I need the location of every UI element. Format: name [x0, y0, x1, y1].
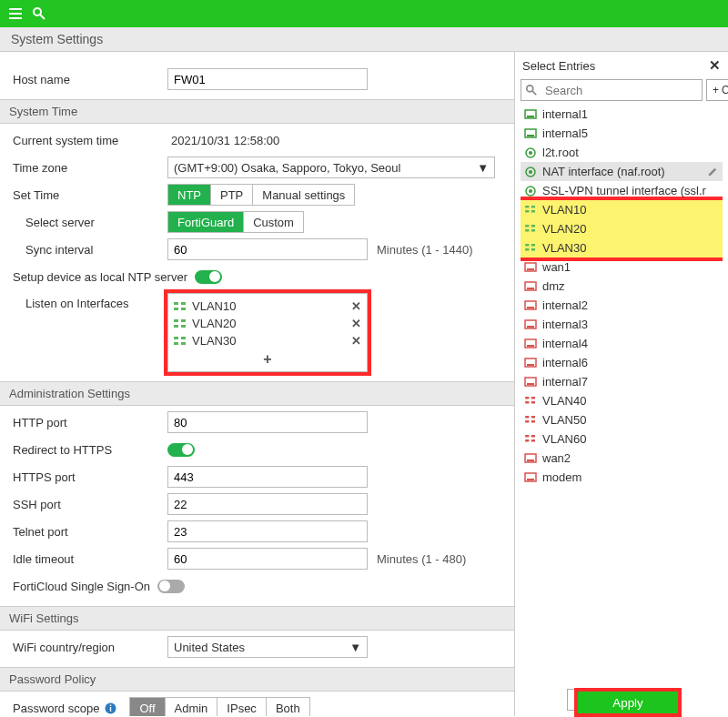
vlan-icon	[524, 225, 537, 234]
info-icon[interactable]	[105, 702, 116, 714]
entry-item[interactable]: internal5	[521, 124, 723, 143]
apply-button[interactable]: Apply	[578, 692, 678, 713]
close-icon[interactable]: ✕	[709, 57, 721, 74]
entry-item[interactable]: internal6	[521, 353, 723, 372]
seg-fortiguard[interactable]: FortiGuard	[168, 212, 244, 232]
entry-label: SSL-VPN tunnel interface (ssl.root)	[542, 184, 706, 197]
entry-item[interactable]: NAT interface (naf.root)	[521, 162, 723, 181]
entries-search-input[interactable]	[541, 84, 702, 97]
entry-item[interactable]: internal3	[521, 315, 723, 334]
entry-item[interactable]: internal2	[521, 296, 723, 315]
red-icon	[524, 338, 537, 349]
vlan-icon	[174, 302, 187, 311]
search-input-wrap	[521, 79, 703, 101]
current-time-label: Current system time	[13, 134, 167, 147]
entry-item[interactable]: internal4	[521, 334, 723, 353]
sync-interval-input[interactable]	[167, 238, 368, 260]
entry-item[interactable]: l2t.root	[521, 143, 723, 162]
seg-both[interactable]: Both	[267, 698, 309, 716]
entry-label: internal5	[542, 126, 588, 140]
add-interface-button[interactable]: +	[172, 351, 363, 368]
tunnel-icon	[524, 186, 537, 197]
hostname-label: Host name	[13, 73, 167, 86]
create-button[interactable]: + Create	[706, 79, 728, 101]
timezone-value: (GMT+9:00) Osaka, Sapporo, Tokyo, Seoul	[174, 161, 400, 175]
entry-item[interactable]: VLAN60	[521, 429, 723, 449]
red-icon	[524, 358, 537, 369]
phys-icon	[524, 109, 537, 120]
top-bar	[0, 0, 728, 27]
entry-label: internal3	[542, 318, 588, 331]
remove-interface-icon[interactable]: ✕	[351, 299, 361, 313]
entry-label: wan2	[542, 451, 571, 465]
pencil-icon[interactable]	[707, 165, 719, 179]
redirect-https-toggle[interactable]	[167, 443, 195, 457]
listen-interface-item: VLAN30 ✕	[172, 332, 363, 349]
listen-interfaces-label: Listen on Interfaces	[13, 293, 167, 310]
settings-form: Host name System Time Current system tim…	[0, 52, 514, 716]
section-admin-settings: Administration Settings	[0, 381, 514, 406]
telnet-port-label: Telnet port	[13, 525, 167, 539]
seg-ipsec[interactable]: IPsec	[217, 698, 267, 716]
entry-item[interactable]: dmz	[521, 277, 723, 296]
red-icon	[524, 453, 537, 464]
ssh-port-label: SSH port	[13, 498, 167, 511]
seg-custom[interactable]: Custom	[244, 212, 303, 232]
entry-item[interactable]: modem	[521, 468, 723, 487]
sync-interval-label: Sync interval	[13, 243, 167, 257]
password-scope-label: Password scope	[13, 702, 116, 715]
timezone-dropdown[interactable]: (GMT+9:00) Osaka, Sapporo, Tokyo, Seoul …	[167, 157, 495, 178]
menu-icon[interactable]	[5, 4, 25, 24]
seg-ntp[interactable]: NTP	[168, 185, 211, 205]
entry-item[interactable]: VLAN50	[521, 410, 723, 429]
idle-timeout-hint: Minutes (1 - 480)	[377, 552, 466, 566]
entry-item[interactable]: VLAN20	[521, 219, 723, 238]
seg-off[interactable]: Off	[130, 698, 165, 716]
set-time-segment: NTP PTP Manual settings	[167, 184, 355, 206]
entry-item[interactable]: VLAN30	[521, 238, 723, 258]
listen-interface-item: VLAN10 ✕	[172, 298, 363, 315]
listen-interface-item: VLAN20 ✕	[172, 315, 363, 332]
remove-interface-icon[interactable]: ✕	[351, 334, 361, 348]
wifi-region-dropdown[interactable]: United States ▼	[167, 636, 368, 658]
hostname-input[interactable]	[167, 68, 368, 90]
ssh-port-input[interactable]	[167, 493, 368, 515]
entry-item[interactable]: VLAN40	[521, 391, 723, 410]
entry-label: VLAN40	[542, 394, 586, 408]
entry-item[interactable]: VLAN10	[521, 200, 723, 219]
entry-label: internal1	[542, 107, 588, 121]
http-port-input[interactable]	[167, 411, 368, 433]
local-ntp-label: Setup device as local NTP server	[13, 270, 187, 284]
select-server-segment: FortiGuard Custom	[167, 211, 304, 233]
vlan-icon	[174, 337, 187, 346]
search-icon	[525, 84, 538, 96]
entry-item[interactable]: internal1	[521, 105, 723, 124]
seg-admin[interactable]: Admin	[166, 698, 218, 716]
entry-label: dmz	[542, 279, 565, 293]
http-port-label: HTTP port	[13, 416, 167, 429]
search-icon[interactable]	[29, 4, 49, 24]
entry-item[interactable]: SSL-VPN tunnel interface (ssl.root)	[521, 181, 723, 200]
vlan-icon	[174, 319, 187, 328]
vlan-icon	[524, 244, 537, 253]
entry-label: modem	[542, 470, 581, 484]
seg-ptp[interactable]: PTP	[211, 185, 253, 205]
entry-item[interactable]: internal7	[521, 372, 723, 391]
idle-timeout-input[interactable]	[167, 548, 368, 570]
sso-toggle[interactable]	[157, 580, 185, 593]
seg-manual[interactable]: Manual settings	[253, 185, 354, 205]
section-system-time: System Time	[0, 99, 514, 124]
https-port-input[interactable]	[167, 466, 368, 488]
sso-label: FortiCloud Single Sign-On	[13, 580, 150, 593]
entry-item[interactable]: wan2	[521, 449, 723, 468]
telnet-port-input[interactable]	[167, 520, 368, 542]
phys-icon	[524, 128, 537, 139]
red-icon	[524, 281, 537, 292]
entry-label: VLAN60	[542, 432, 586, 446]
page-title: System Settings	[0, 27, 728, 52]
section-wifi-settings: WiFi Settings	[0, 606, 514, 631]
remove-interface-icon[interactable]: ✕	[351, 317, 361, 330]
entry-label: internal7	[542, 375, 588, 389]
local-ntp-toggle[interactable]	[195, 270, 222, 284]
entry-item[interactable]: wan1	[521, 258, 723, 277]
